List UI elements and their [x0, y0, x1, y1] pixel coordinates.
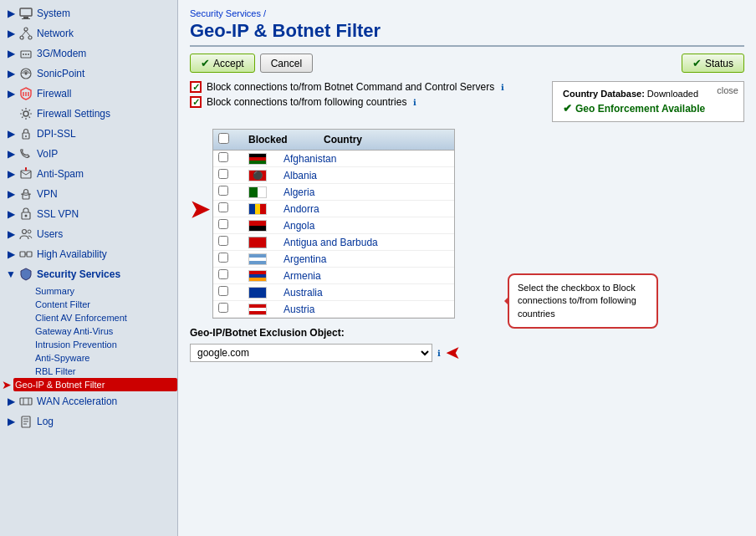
countries-info-icon[interactable]: ℹ: [413, 98, 416, 107]
svg-rect-29: [27, 252, 32, 257]
row-checkbox-0[interactable]: [218, 152, 232, 165]
sidebar-item-firewall[interactable]: ▶ Firewall: [0, 84, 177, 104]
sidebar-item-3gmodem[interactable]: ▶ 3G/Modem: [0, 43, 177, 64]
country-name-8[interactable]: Australia: [284, 287, 449, 299]
row-checkbox-8[interactable]: [218, 286, 232, 299]
exclusion-section: Geo-IP/Botnet Exclusion Object: google.c…: [190, 327, 744, 364]
sidebar-subitem-content-filter[interactable]: Content Filter: [0, 298, 177, 311]
sidebar-label-users: Users: [37, 228, 63, 240]
vpn-icon: [18, 186, 33, 202]
table-row: Austria: [213, 301, 454, 318]
status-popup: close Country Database: Downloaded ✔ Geo…: [552, 81, 744, 122]
sidebar-item-sonicpoint[interactable]: ▶ SonicPoint: [0, 64, 177, 84]
svg-rect-23: [23, 193, 29, 199]
select-all-checkbox[interactable]: [218, 133, 229, 144]
country-name-5[interactable]: Antigua and Barbuda: [284, 237, 449, 248]
sidebar-label-3gmodem: 3G/Modem: [37, 48, 86, 59]
table-row: Andorra: [213, 201, 454, 217]
country-name-9[interactable]: Austria: [284, 304, 449, 315]
country-name-6[interactable]: Argentina: [284, 253, 449, 265]
sidebar-item-log[interactable]: ▶ Log: [0, 411, 177, 431]
botnet-checkbox[interactable]: [190, 81, 202, 93]
accept-button[interactable]: ✔ Accept: [190, 54, 255, 73]
svg-rect-31: [20, 398, 32, 405]
sonicpoint-icon: [18, 66, 33, 81]
svg-rect-2: [22, 18, 30, 19]
row-checkbox-5[interactable]: [218, 236, 232, 248]
country-name-0[interactable]: Afghanistan: [284, 153, 449, 165]
table-row: Australia: [213, 284, 454, 301]
sidebar-item-dpi-ssl[interactable]: ▶ DPI-SSL: [0, 124, 177, 144]
sidebar-subitem-client-av[interactable]: Client AV Enforcement: [0, 311, 177, 324]
sidebar-label-dpi-ssl: DPI-SSL: [37, 128, 76, 140]
svg-point-22: [25, 167, 27, 169]
status-button[interactable]: ✔ Status: [682, 54, 744, 73]
cancel-label: Cancel: [271, 58, 302, 69]
sidebar-item-system[interactable]: ▶ System: [0, 3, 177, 23]
table-row: Argentina: [213, 251, 454, 268]
exclusion-info-icon[interactable]: ℹ: [437, 349, 441, 358]
botnet-checkbox-row: Block connections to/from Botnet Command…: [190, 81, 544, 93]
sidebar-item-users[interactable]: ▶ Users: [0, 224, 177, 244]
close-button[interactable]: close: [717, 85, 738, 95]
main-content: Security Services / Geo-IP & Botnet Filt…: [178, 0, 756, 536]
breadcrumb-link[interactable]: Security Services /: [190, 8, 266, 18]
cancel-button[interactable]: Cancel: [260, 54, 313, 73]
row-checkbox-7[interactable]: [218, 269, 232, 282]
flag-angola: [248, 220, 267, 232]
sidebar-item-high-availability[interactable]: ▶ High Availability: [0, 244, 177, 264]
exclusion-red-arrow: ➤: [446, 342, 461, 364]
sidebar-item-network[interactable]: ▶ Network: [0, 23, 177, 43]
row-checkbox-6[interactable]: [218, 253, 232, 265]
sidebar-item-ssl-vpn[interactable]: ▶ SSL VPN: [0, 204, 177, 224]
botnet-info-icon[interactable]: ℹ: [501, 83, 504, 92]
sidebar-label-anti-spam: Anti-Spam: [37, 168, 84, 180]
modem-icon: [18, 46, 33, 61]
svg-point-27: [28, 230, 31, 233]
row-checkbox-2[interactable]: [218, 186, 232, 198]
sidebar-item-vpn[interactable]: ▶ VPN: [0, 184, 177, 204]
table-row: Afghanistan: [213, 151, 454, 167]
sidebar-label-ssl-vpn: SSL VPN: [37, 208, 79, 220]
sidebar-label-firewall-settings: Firewall Settings: [37, 108, 110, 120]
firewall-expand-arrow: ▶: [5, 88, 17, 100]
sidebar-item-voip[interactable]: ▶ VoIP: [0, 144, 177, 164]
content-area: close Country Database: Downloaded ✔ Geo…: [190, 81, 744, 364]
wan-expand-arrow: ▶: [5, 396, 17, 407]
svg-point-10: [25, 54, 27, 55]
sidebar-subitem-geo-ip[interactable]: Geo-IP & Botnet Filter: [13, 378, 177, 391]
accept-checkmark-icon: ✔: [201, 57, 210, 69]
row-checkbox-1[interactable]: [218, 169, 232, 181]
sidebar-subitem-rbl-filter[interactable]: RBL Filter: [0, 365, 177, 378]
sidebar-subitem-anti-spyware[interactable]: Anti-Spyware: [0, 351, 177, 365]
sidebar-item-anti-spam[interactable]: ▶ Anti-Spam: [0, 164, 177, 184]
flag-algeria: [248, 186, 267, 198]
country-name-1[interactable]: Albania: [284, 170, 449, 181]
botnet-label: Block connections to/from Botnet Command…: [207, 81, 494, 93]
flag-armenia: [248, 270, 267, 282]
sidebar-subitem-intrusion-prevention[interactable]: Intrusion Prevention: [0, 338, 177, 351]
table-row: Armenia: [213, 268, 454, 284]
accept-label: Accept: [213, 58, 244, 69]
toolbar: ✔ Accept Cancel ✔ Status: [190, 54, 744, 73]
row-checkbox-4[interactable]: [218, 219, 232, 232]
geo-check-icon: ✔: [563, 102, 572, 115]
row-checkbox-9[interactable]: [218, 303, 232, 315]
row-checkbox-3[interactable]: [218, 202, 232, 215]
country-name-2[interactable]: Algeria: [284, 186, 449, 198]
exclusion-select[interactable]: google.com: [190, 344, 432, 362]
country-name-4[interactable]: Angola: [284, 220, 449, 232]
status-checkmark-icon: ✔: [692, 57, 702, 69]
sidebar-item-security-services[interactable]: ▼ Security Services: [0, 264, 177, 284]
dpi-ssl-icon: [18, 126, 33, 141]
table-row: Antigua and Barbuda: [213, 234, 454, 251]
sidebar-subitem-summary[interactable]: Summary: [0, 284, 177, 298]
sidebar-item-wan-acceleration[interactable]: ▶ WAN Acceleration: [0, 391, 177, 411]
sidebar-item-firewall-settings[interactable]: ▶ Firewall Settings: [0, 104, 177, 124]
countries-checkbox[interactable]: [190, 96, 202, 108]
country-name-7[interactable]: Armenia: [284, 270, 449, 282]
toolbar-right: ✔ Status: [682, 54, 744, 73]
svg-point-5: [28, 36, 32, 39]
country-name-3[interactable]: Andorra: [284, 203, 449, 215]
sidebar-subitem-gateway-av[interactable]: Gateway Anti-Virus: [0, 324, 177, 338]
